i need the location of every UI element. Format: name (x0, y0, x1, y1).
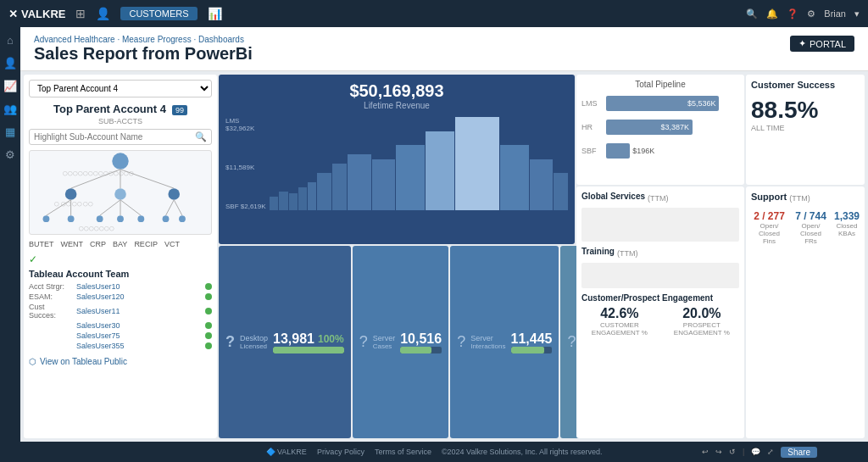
status-dot (205, 332, 212, 339)
bar (530, 159, 553, 211)
server-cases-metric: ? Server Cases 10,516 (353, 246, 448, 438)
filter-checkmark: ✓ (29, 253, 212, 265)
person-icon[interactable]: 👤 (96, 7, 110, 20)
search-input[interactable] (34, 132, 192, 142)
revenue-label: Lifetime Revenue (225, 101, 568, 110)
chart-bars (270, 117, 568, 210)
team-row: SalesUser30 (29, 321, 212, 330)
grid-icon[interactable]: ⊞ (75, 7, 86, 20)
dashboard-icon[interactable]: ▦ (5, 125, 15, 138)
svg-point-14 (97, 215, 103, 222)
redo-icon[interactable]: ↪ (715, 448, 722, 456)
svg-point-10 (68, 215, 75, 222)
support-kbas: 1,339 Closed KBAs (834, 210, 860, 237)
bar-tall (426, 131, 454, 211)
gear-sidebar-icon[interactable]: ⚙ (5, 148, 15, 161)
search-box: 🔍 (29, 129, 212, 145)
middle-panel: $50,169,893 Lifetime Revenue LMS $32,962… (219, 75, 575, 438)
page-header: Advanced Healthcare · Measure Progress ·… (20, 27, 868, 71)
bar (298, 187, 307, 211)
account-title: Top Parent Account 4 (53, 103, 166, 115)
search-icon[interactable]: 🔍 (746, 8, 758, 19)
status-dot (205, 322, 212, 329)
cs-title: Customer Success (751, 80, 860, 90)
account-tree: ◯◯◯◯◯◯◯◯◯◯◯◯◯◯ ◯ ◯◯ ◯◯ ◯◯ ◯◯◯◯◯◯◯ (29, 150, 212, 235)
account-select[interactable]: Top Parent Account 4 (29, 80, 212, 97)
pipeline-row-lms: LMS $5,536K (581, 94, 739, 113)
svg-text:◯◯◯◯◯◯◯◯◯◯◯◯◯◯: ◯◯◯◯◯◯◯◯◯◯◯◯◯◯ (63, 171, 134, 176)
person-sidebar-icon[interactable]: 👤 (3, 57, 17, 70)
sub-accts-label: SUB-ACCTS (98, 117, 142, 125)
desktop-metric: ? Desktop Licensed 13,981 100% (219, 246, 351, 438)
server-int-icon: ? (457, 333, 465, 351)
online-icon: ? (567, 333, 576, 351)
user-name: Brian (824, 8, 846, 19)
chart-icon[interactable]: 📊 (208, 7, 222, 20)
bar (372, 159, 395, 211)
comment-icon[interactable]: 💬 (751, 448, 760, 456)
engagement-section: Customer/Prospect Engagement 42.6% CUSTO… (581, 293, 739, 337)
portal-icon: ✦ (798, 38, 806, 49)
expand-icon[interactable]: ⤢ (767, 448, 774, 456)
team-row: SalesUser75 (29, 331, 212, 340)
customers-nav[interactable]: CUSTOMERS (120, 7, 197, 20)
sub-accts-badge: 99 (172, 105, 187, 115)
tableau-team: Tableau Account Team Acct Strgr: SalesUs… (29, 269, 212, 366)
undo-icon[interactable]: ↩ (702, 448, 709, 456)
support-frs: 7 / 744 Open/ Closed FRs (793, 210, 829, 245)
bar (396, 145, 425, 210)
portal-button[interactable]: ✦ PORTAL (790, 36, 854, 52)
bell-icon[interactable]: 🔔 (766, 8, 778, 19)
support-panel: Support (TTM) 2 / 277 Open/ Closed Fins … (746, 186, 865, 438)
top-nav: ✕ VALKRE ⊞ 👤 CUSTOMERS 📊 🔍 🔔 ❓ ⚙ Brian ▾ (0, 0, 868, 27)
svg-point-16 (137, 215, 144, 222)
pipeline-panel: Total Pipeline LMS $5,536K HR $3,387K (576, 75, 744, 185)
refresh-icon[interactable]: ↺ (729, 448, 736, 456)
search-box-icon: 🔍 (195, 131, 207, 142)
footer: 🔷 VALKRE Privacy Policy Terms of Service… (0, 442, 868, 462)
team-rows: Acct Strgr: SalesUser10 ESAM: SalesUser1… (29, 282, 212, 350)
server-int-progress-bar (511, 347, 553, 353)
main-content: Top Parent Account 4 Top Parent Account … (20, 71, 868, 442)
terms-link[interactable]: Terms of Service (375, 448, 431, 456)
server-icon: ? (359, 333, 368, 351)
team-row: SalesUser355 (29, 342, 212, 350)
users-icon[interactable]: 👥 (3, 103, 17, 115)
share-button[interactable]: Share (781, 447, 817, 458)
bar (332, 164, 347, 210)
bar (279, 192, 287, 210)
cs-label: ALL TIME (751, 124, 860, 132)
server-interactions-metric: ? Server Interactions 11,445 (450, 246, 559, 438)
top-right-row: Total Pipeline LMS $5,536K HR $3,387K (576, 75, 865, 185)
customer-success-panel: Customer Success 88.5% ALL TIME (746, 75, 865, 185)
desktop-icon: ? (225, 333, 235, 351)
svg-point-6 (168, 188, 180, 200)
home-icon[interactable]: ⌂ (7, 34, 14, 47)
status-dot (205, 283, 212, 290)
privacy-link[interactable]: Privacy Policy (317, 448, 364, 456)
global-services-panel: Global Services (TTM) Training (TTM) Cus… (576, 186, 744, 438)
footer-logo: 🔷 VALKRE (266, 448, 307, 456)
svg-point-0 (112, 153, 128, 169)
left-sidebar: ⌂ 👤 📈 👥 ▦ ⚙ (0, 27, 20, 442)
tableau-link[interactable]: ⬡ View on Tableau Public (29, 357, 212, 366)
svg-text:◯ ◯◯ ◯◯ ◯◯: ◯ ◯◯ ◯◯ ◯◯ (54, 202, 93, 207)
status-dot (205, 308, 212, 314)
pipeline-title: Total Pipeline (581, 80, 739, 89)
prospect-engagement: 20.0% PROSPECT ENGAGEMENT % (665, 306, 739, 337)
pipeline-row-sbf: SBF $196K (581, 142, 739, 160)
support-items: 2 / 277 Open/ Closed Fins 7 / 744 Open/ … (751, 210, 860, 245)
bar-tall (455, 117, 498, 210)
page-title: Sales Report from PowerBi (34, 44, 854, 64)
cs-percentage: 88.5% (751, 97, 860, 124)
app-logo: ✕ VALKRE (8, 8, 65, 20)
status-dot (205, 342, 212, 349)
settings-icon[interactable]: ⚙ (807, 8, 815, 19)
help-icon[interactable]: ❓ (787, 8, 798, 19)
metrics-row: ? Desktop Licensed 13,981 100% ? (219, 246, 575, 438)
svg-point-5 (114, 188, 126, 200)
left-panel: Top Parent Account 4 Top Parent Account … (24, 75, 217, 438)
bar-chart-icon[interactable]: 📈 (3, 80, 17, 92)
account-header: Top Parent Account 4 99 SUB-ACCTS (29, 103, 212, 125)
nav-right: 🔍 🔔 ❓ ⚙ Brian ▾ (746, 8, 860, 19)
